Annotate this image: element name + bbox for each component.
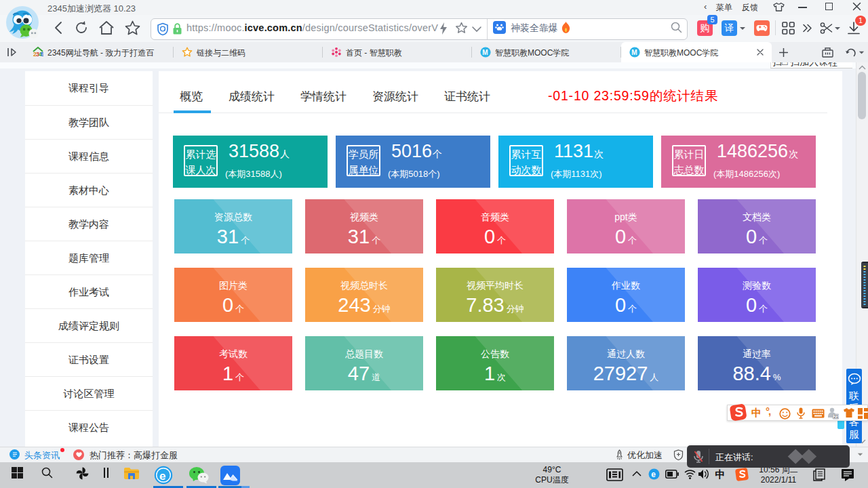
svg-text:e: e	[651, 470, 656, 479]
svg-text:M: M	[631, 49, 637, 56]
svg-text:M: M	[482, 49, 488, 56]
svg-text:5: 5	[41, 51, 43, 58]
svg-text:中: 中	[715, 468, 726, 480]
svg-text:21: 21	[833, 414, 839, 419]
svg-text:e: e	[159, 470, 165, 483]
